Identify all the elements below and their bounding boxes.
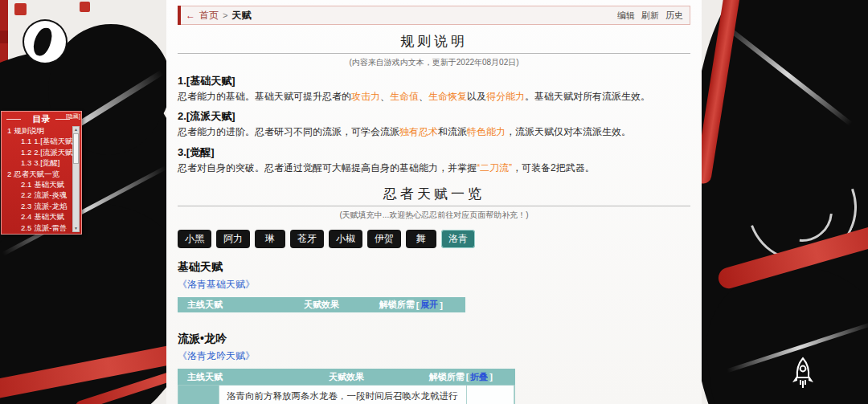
- basic-talent-table: 主线天赋 天赋效果 解锁所需 [展开]: [178, 297, 465, 312]
- rule-section-text: 忍者能力的基础。基础天赋可提升忍者的攻击力、生命值、生命恢复以及得分能力。基础天…: [178, 90, 690, 104]
- basic-talent-heading: 基础天赋: [178, 260, 690, 275]
- red-seal-stamp: [80, 2, 90, 12]
- back-to-top-rocket-icon[interactable]: [788, 356, 817, 394]
- character-tab[interactable]: 伊贺: [367, 230, 401, 248]
- overview-title: 忍者天赋一览: [178, 185, 690, 206]
- inline-term-link[interactable]: 生命值: [390, 91, 419, 102]
- breadcrumb-separator: >: [223, 10, 227, 20]
- breadcrumb-home-link[interactable]: 首页: [199, 9, 219, 22]
- inline-term-link[interactable]: 独有忍术: [399, 126, 438, 137]
- rule-section-heading: 2.[流派天赋]: [178, 109, 690, 124]
- toc-scrollbar[interactable]: ▲ ▼: [72, 126, 80, 232]
- toc-item[interactable]: 2忍者天赋一览: [2, 169, 74, 179]
- breadcrumb-current-page: 天赋: [231, 9, 251, 22]
- character-tab[interactable]: 小黑: [178, 230, 211, 248]
- main-content: ← 首页 > 天赋 编辑刷新历史 规则说明 (内容来自游戏内文本，更新于2022…: [166, 0, 702, 404]
- expand-toggle[interactable]: 展开: [420, 299, 438, 311]
- toc-hide-link[interactable]: [隐藏]: [66, 112, 80, 120]
- school-talent-page-link[interactable]: 《洛青龙吟天赋》: [178, 349, 255, 363]
- toc-item[interactable]: 1规则说明: [2, 125, 74, 136]
- ink-circle-art: [24, 21, 66, 63]
- basic-talent-table-header: 主线天赋 天赋效果 解锁所需 [展开]: [178, 297, 465, 312]
- rule-section-text: 忍者能力的进阶。忍者研习不同的流派，可学会流派独有忍术和流派特色能力，流派天赋仅…: [178, 125, 690, 139]
- toc-item[interactable]: 1.11.[基础天赋]: [2, 136, 74, 146]
- school-talent-table-header: 主线天赋 天赋效果 解锁所需 [折叠]: [178, 369, 515, 386]
- col-unlock: 解锁所需 [展开]: [379, 299, 443, 311]
- toc-item[interactable]: 2.4基础天赋: [2, 211, 74, 222]
- table-of-contents: 目录 [隐藏] 1规则说明 1.11.[基础天赋] 1.22.[流派天赋] 1.…: [1, 111, 82, 235]
- page-actions: 编辑刷新历史: [617, 10, 683, 22]
- character-tabs: 小黑阿力琳苍牙小椒伊贺舞洛青: [178, 230, 690, 248]
- inline-term-link[interactable]: 攻击力: [351, 91, 380, 102]
- inline-term-link[interactable]: 特色能力: [467, 126, 506, 137]
- toc-list: 1规则说明 1.11.[基础天赋] 1.22.[流派天赋] 1.33.[觉醒] …: [2, 125, 74, 234]
- character-tab[interactable]: 小椒: [329, 230, 362, 248]
- inline-term-link[interactable]: 生命恢复: [428, 91, 467, 102]
- rules-title: 规则说明: [178, 32, 690, 54]
- scrollbar-thumb[interactable]: [73, 133, 79, 164]
- toc-item[interactable]: 2.1基础天赋: [2, 179, 74, 190]
- character-tab[interactable]: 阿力: [216, 230, 250, 248]
- rule-section-text: 忍者对自身的突破。忍者通过觉醒可大幅提高自身的基础能力，并掌握“二刀流”，可装备…: [178, 161, 690, 175]
- page: ← 首页 > 天赋 编辑刷新历史 规则说明 (内容来自游戏内文本，更新于2022…: [0, 0, 868, 404]
- toc-item[interactable]: 2.3流派-龙焰: [2, 201, 74, 211]
- overview-subtitle: (天赋填充中...欢迎热心忍忍前往对应页面帮助补充！): [178, 210, 690, 221]
- school-talent-table: 主线天赋 天赋效果 解锁所需 [折叠] 忍术•归墟•水龙吟 洛青向前方释放两条水…: [178, 369, 515, 404]
- toc-decorative-dash: [6, 119, 21, 120]
- basic-talent-page-link[interactable]: 《洛青基础天赋》: [178, 278, 255, 292]
- page-action-link[interactable]: 历史: [665, 10, 683, 22]
- character-tab[interactable]: 苍牙: [290, 230, 324, 248]
- col-unlock: 解锁所需 [折叠]: [429, 371, 493, 383]
- rule-section-heading: 3.[觉醒]: [178, 145, 690, 160]
- toc-item[interactable]: 2.5流派-雷兽: [2, 222, 74, 233]
- talent-group-name: 忍术•归墟•水龙吟: [178, 386, 219, 404]
- character-tab[interactable]: 琳: [255, 230, 285, 248]
- toc-item[interactable]: 1.33.[觉醒]: [2, 157, 74, 168]
- talent-effect-cell: 洛青向前方释放两条水龙卷，一段时间后召唤水龙戟进行攻击，最后化身为龙，铁蹴冲击。…: [219, 386, 467, 404]
- toc-item[interactable]: 2.6流派-妖威: [2, 233, 74, 234]
- toc-header: 目录 [隐藏]: [2, 112, 81, 125]
- school-talent-heading: 流派•龙吟: [178, 332, 690, 346]
- rules-subtitle: (内容来自游戏内文本，更新于2022年08月02日): [178, 57, 690, 68]
- scroll-up-icon[interactable]: ▲: [73, 127, 79, 133]
- toc-item[interactable]: 2.2流派-炎魂: [2, 190, 74, 200]
- page-action-link[interactable]: 刷新: [641, 10, 659, 22]
- page-action-link[interactable]: 编辑: [617, 10, 635, 22]
- scroll-down-icon[interactable]: ▼: [73, 226, 79, 231]
- back-arrow-icon[interactable]: ←: [186, 10, 195, 21]
- inline-term-link[interactable]: 得分能力: [486, 91, 525, 102]
- toc-item[interactable]: 1.22.[流派天赋]: [2, 147, 74, 157]
- collapse-toggle[interactable]: 折叠: [470, 371, 488, 383]
- rule-section-heading: 1.[基础天赋]: [178, 74, 690, 88]
- breadcrumb: ← 首页 > 天赋 编辑刷新历史: [178, 6, 690, 25]
- inline-term-link[interactable]: “二刀流”: [477, 162, 512, 173]
- red-seal-stamp: [14, 3, 27, 15]
- character-tab[interactable]: 洛青: [441, 230, 475, 248]
- unlock-cell: [467, 386, 514, 404]
- school-talent-table-body: 忍术•归墟•水龙吟 洛青向前方释放两条水龙卷，一段时间后召唤水龙戟进行攻击，最后…: [178, 386, 514, 404]
- toc-title: 目录: [33, 114, 51, 124]
- character-tab[interactable]: 舞: [406, 230, 436, 248]
